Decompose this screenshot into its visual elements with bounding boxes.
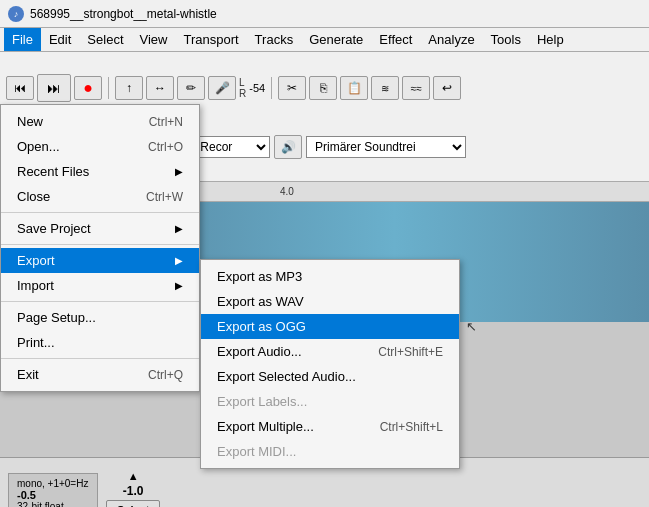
cut-button[interactable]: ✂ bbox=[278, 76, 306, 100]
export-mp3[interactable]: Export as MP3 bbox=[201, 264, 459, 289]
wave2-button[interactable]: ≈≈ bbox=[402, 76, 430, 100]
menu-open-label: Open... bbox=[17, 139, 60, 154]
menu-open-shortcut: Ctrl+O bbox=[148, 140, 183, 154]
vu-value: -54 bbox=[249, 82, 265, 94]
menu-page-setup[interactable]: Page Setup... bbox=[1, 305, 199, 330]
export-audio-label: Export Audio... bbox=[217, 344, 302, 359]
menu-new-shortcut: Ctrl+N bbox=[149, 115, 183, 129]
export-wav-label: Export as WAV bbox=[217, 294, 304, 309]
menu-page-setup-label: Page Setup... bbox=[17, 310, 96, 325]
menu-import[interactable]: Import bbox=[1, 273, 199, 298]
main-area: ⏮ ⏭ ● ↑ ↔ ✏ 🎤 L R -54 ✂ ⎘ 📋 ≋ ≈≈ ↩ Mikr bbox=[0, 52, 649, 457]
menu-print[interactable]: Print... bbox=[1, 330, 199, 355]
vu-level-l: L bbox=[239, 77, 246, 88]
select-tool-button[interactable]: ↑ bbox=[115, 76, 143, 100]
paste-button[interactable]: 📋 bbox=[340, 76, 368, 100]
export-labels: Export Labels... bbox=[201, 389, 459, 414]
export-selected-label: Export Selected Audio... bbox=[217, 369, 356, 384]
export-selected-audio[interactable]: Export Selected Audio... bbox=[201, 364, 459, 389]
skip-end-button[interactable]: ⏭ bbox=[37, 74, 71, 102]
select-area: ▲ -1.0 Select bbox=[106, 470, 160, 507]
menu-new[interactable]: New Ctrl+N bbox=[1, 109, 199, 134]
cursor-arrow-icon: ↖ bbox=[466, 319, 477, 334]
value-display: -1.0 bbox=[123, 484, 144, 498]
menu-sep-1 bbox=[1, 212, 199, 213]
transport-row: ⏮ ⏭ ● ↑ ↔ ✏ 🎤 L R -54 ✂ ⎘ 📋 ≋ ≈≈ ↩ bbox=[6, 72, 643, 104]
menu-exit-shortcut: Ctrl+Q bbox=[148, 368, 183, 382]
wave-button[interactable]: ≋ bbox=[371, 76, 399, 100]
export-audio-shortcut: Ctrl+Shift+E bbox=[378, 345, 443, 359]
menu-save-project[interactable]: Save Project bbox=[1, 216, 199, 241]
export-labels-label: Export Labels... bbox=[217, 394, 307, 409]
menu-view[interactable]: View bbox=[132, 28, 176, 51]
export-mp3-label: Export as MP3 bbox=[217, 269, 302, 284]
export-midi-label: Export MIDI... bbox=[217, 444, 296, 459]
menu-select[interactable]: Select bbox=[79, 28, 131, 51]
menu-export[interactable]: Export bbox=[1, 248, 199, 273]
menu-exit[interactable]: Exit Ctrl+Q bbox=[1, 362, 199, 387]
export-submenu: Export as MP3 Export as WAV Export as OG… bbox=[200, 259, 460, 469]
up-arrow-icon[interactable]: ▲ bbox=[128, 470, 139, 482]
toolbar-sep-1 bbox=[108, 77, 109, 99]
menu-save-label: Save Project bbox=[17, 221, 91, 236]
info-line3: 32-bit float bbox=[17, 501, 89, 507]
export-multiple-label: Export Multiple... bbox=[217, 419, 314, 434]
menu-close-shortcut: Ctrl+W bbox=[146, 190, 183, 204]
value-row: ▲ bbox=[128, 470, 139, 482]
menu-recent-files[interactable]: Recent Files bbox=[1, 159, 199, 184]
menu-close[interactable]: Close Ctrl+W bbox=[1, 184, 199, 209]
menu-bar: File Edit Select View Transport Tracks G… bbox=[0, 28, 649, 52]
mic-button[interactable]: 🎤 bbox=[208, 76, 236, 100]
file-menu-dropdown: New Ctrl+N Open... Ctrl+O Recent Files C… bbox=[0, 104, 200, 392]
app-icon-letter: ♪ bbox=[14, 9, 19, 19]
file-menu: New Ctrl+N Open... Ctrl+O Recent Files C… bbox=[0, 104, 200, 392]
menu-recent-label: Recent Files bbox=[17, 164, 89, 179]
menu-exit-label: Exit bbox=[17, 367, 39, 382]
export-multiple-shortcut: Ctrl+Shift+L bbox=[380, 420, 443, 434]
menu-generate[interactable]: Generate bbox=[301, 28, 371, 51]
menu-help[interactable]: Help bbox=[529, 28, 572, 51]
vu-levels: L R bbox=[239, 77, 246, 99]
menu-sep-3 bbox=[1, 301, 199, 302]
skip-start-button[interactable]: ⏮ bbox=[6, 76, 34, 100]
vu-level-r: R bbox=[239, 88, 246, 99]
menu-new-label: New bbox=[17, 114, 43, 129]
export-ogg[interactable]: Export as OGG ↖ bbox=[201, 314, 459, 339]
soundcard-selector[interactable]: Primärer Soundtrei bbox=[306, 136, 466, 158]
menu-open[interactable]: Open... Ctrl+O bbox=[1, 134, 199, 159]
menu-sep-2 bbox=[1, 244, 199, 245]
menu-import-label: Import bbox=[17, 278, 54, 293]
app-icon: ♪ bbox=[8, 6, 24, 22]
export-wav[interactable]: Export as WAV bbox=[201, 289, 459, 314]
ruler-marker: 4.0 bbox=[280, 186, 294, 197]
menu-export-label: Export bbox=[17, 253, 55, 268]
menu-close-label: Close bbox=[17, 189, 50, 204]
menu-print-label: Print... bbox=[17, 335, 55, 350]
info-line1: mono, +1+0=Hz bbox=[17, 478, 89, 489]
export-midi: Export MIDI... bbox=[201, 439, 459, 464]
title-bar: ♪ 568995__strongbot__metal-whistle bbox=[0, 0, 649, 28]
export-audio[interactable]: Export Audio... Ctrl+Shift+E bbox=[201, 339, 459, 364]
toolbar-sep-2 bbox=[271, 77, 272, 99]
menu-analyze[interactable]: Analyze bbox=[420, 28, 482, 51]
select-button[interactable]: Select bbox=[106, 500, 160, 507]
menu-tracks[interactable]: Tracks bbox=[247, 28, 302, 51]
export-ogg-label: Export as OGG bbox=[217, 319, 306, 334]
zoom-tool-button[interactable]: ↔ bbox=[146, 76, 174, 100]
window-title: 568995__strongbot__metal-whistle bbox=[30, 7, 217, 21]
info-line2: -0.5 bbox=[17, 489, 89, 501]
record-button[interactable]: ● bbox=[74, 76, 102, 100]
draw-tool-button[interactable]: ✏ bbox=[177, 76, 205, 100]
menu-tools[interactable]: Tools bbox=[483, 28, 529, 51]
menu-file[interactable]: File bbox=[4, 28, 41, 51]
info-box: mono, +1+0=Hz -0.5 32-bit float bbox=[8, 473, 98, 507]
menu-effect[interactable]: Effect bbox=[371, 28, 420, 51]
export-multiple[interactable]: Export Multiple... Ctrl+Shift+L bbox=[201, 414, 459, 439]
copy-button[interactable]: ⎘ bbox=[309, 76, 337, 100]
menu-sep-4 bbox=[1, 358, 199, 359]
menu-edit[interactable]: Edit bbox=[41, 28, 79, 51]
menu-transport[interactable]: Transport bbox=[175, 28, 246, 51]
speaker-button[interactable]: 🔊 bbox=[274, 135, 302, 159]
undo-button[interactable]: ↩ bbox=[433, 76, 461, 100]
